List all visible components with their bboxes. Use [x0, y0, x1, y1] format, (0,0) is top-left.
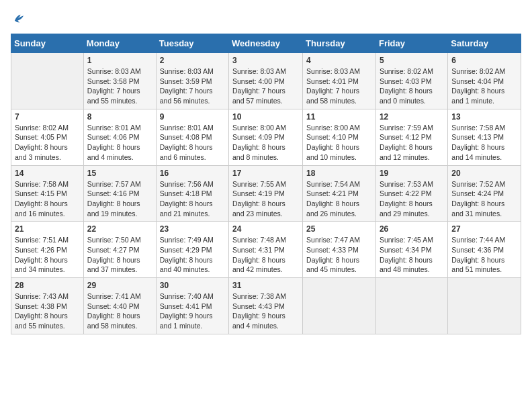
day-info: Sunrise: 7:53 AM Sunset: 4:22 PM Dayligh… — [380, 179, 444, 219]
day-number: 19 — [380, 169, 444, 178]
calendar-cell — [448, 278, 521, 334]
calendar-cell: 23Sunrise: 7:49 AM Sunset: 4:29 PM Dayli… — [156, 222, 228, 278]
calendar-cell — [303, 278, 376, 334]
calendar-cell: 13Sunrise: 7:58 AM Sunset: 4:13 PM Dayli… — [448, 109, 521, 165]
day-number: 7 — [15, 112, 80, 122]
calendar-cell: 2Sunrise: 8:03 AM Sunset: 3:59 PM Daylig… — [156, 53, 228, 109]
header-day-sunday: Sunday — [11, 34, 84, 53]
logo — [11, 11, 28, 26]
calendar-cell: 11Sunrise: 8:00 AM Sunset: 4:10 PM Dayli… — [303, 109, 376, 165]
day-info: Sunrise: 8:00 AM Sunset: 4:10 PM Dayligh… — [306, 123, 372, 163]
day-number: 18 — [306, 169, 372, 178]
calendar-cell: 7Sunrise: 8:02 AM Sunset: 4:05 PM Daylig… — [11, 109, 84, 165]
header-day-monday: Monday — [83, 34, 156, 53]
day-number: 3 — [232, 56, 299, 65]
day-info: Sunrise: 7:58 AM Sunset: 4:13 PM Dayligh… — [451, 123, 517, 163]
day-number: 5 — [380, 56, 444, 65]
page-header — [11, 11, 521, 26]
calendar-cell: 16Sunrise: 7:56 AM Sunset: 4:18 PM Dayli… — [156, 165, 228, 222]
day-info: Sunrise: 7:52 AM Sunset: 4:24 PM Dayligh… — [451, 179, 517, 219]
day-info: Sunrise: 7:49 AM Sunset: 4:29 PM Dayligh… — [160, 235, 225, 275]
day-number: 6 — [451, 56, 517, 65]
header-day-thursday: Thursday — [303, 34, 376, 53]
day-info: Sunrise: 7:59 AM Sunset: 4:12 PM Dayligh… — [380, 123, 444, 163]
day-number: 21 — [15, 224, 80, 234]
day-number: 1 — [87, 56, 152, 65]
day-info: Sunrise: 7:45 AM Sunset: 4:34 PM Dayligh… — [380, 235, 444, 275]
calendar-cell: 31Sunrise: 7:38 AM Sunset: 4:43 PM Dayli… — [229, 278, 303, 334]
header-day-tuesday: Tuesday — [156, 34, 228, 53]
day-number: 24 — [232, 224, 299, 234]
calendar-cell: 6Sunrise: 8:02 AM Sunset: 4:04 PM Daylig… — [448, 53, 521, 109]
day-info: Sunrise: 7:57 AM Sunset: 4:16 PM Dayligh… — [87, 179, 152, 219]
week-row-2: 7Sunrise: 8:02 AM Sunset: 4:05 PM Daylig… — [11, 109, 521, 165]
calendar-cell: 27Sunrise: 7:44 AM Sunset: 4:36 PM Dayli… — [448, 222, 521, 278]
calendar-cell — [11, 53, 84, 109]
calendar-cell — [375, 278, 447, 334]
day-info: Sunrise: 8:03 AM Sunset: 3:59 PM Dayligh… — [160, 66, 225, 106]
calendar-cell: 22Sunrise: 7:50 AM Sunset: 4:27 PM Dayli… — [83, 222, 156, 278]
week-row-5: 28Sunrise: 7:43 AM Sunset: 4:38 PM Dayli… — [11, 278, 521, 334]
calendar-cell: 3Sunrise: 8:03 AM Sunset: 4:00 PM Daylig… — [229, 53, 303, 109]
week-row-4: 21Sunrise: 7:51 AM Sunset: 4:26 PM Dayli… — [11, 222, 521, 278]
day-info: Sunrise: 8:01 AM Sunset: 4:08 PM Dayligh… — [160, 123, 225, 163]
day-number: 22 — [87, 224, 152, 234]
day-number: 25 — [306, 224, 372, 234]
day-number: 4 — [306, 56, 372, 65]
calendar-cell: 9Sunrise: 8:01 AM Sunset: 4:08 PM Daylig… — [156, 109, 228, 165]
day-number: 8 — [87, 112, 152, 122]
calendar-cell: 10Sunrise: 8:00 AM Sunset: 4:09 PM Dayli… — [229, 109, 303, 165]
calendar-cell: 20Sunrise: 7:52 AM Sunset: 4:24 PM Dayli… — [448, 165, 521, 222]
calendar-cell: 8Sunrise: 8:01 AM Sunset: 4:06 PM Daylig… — [83, 109, 156, 165]
day-number: 11 — [306, 112, 372, 122]
day-info: Sunrise: 7:54 AM Sunset: 4:21 PM Dayligh… — [306, 179, 372, 219]
day-info: Sunrise: 7:44 AM Sunset: 4:36 PM Dayligh… — [451, 235, 517, 275]
day-info: Sunrise: 7:38 AM Sunset: 4:43 PM Dayligh… — [232, 291, 299, 331]
day-number: 27 — [451, 224, 517, 234]
calendar-cell: 28Sunrise: 7:43 AM Sunset: 4:38 PM Dayli… — [11, 278, 84, 334]
day-number: 10 — [232, 112, 299, 122]
day-number: 17 — [232, 169, 299, 178]
day-number: 28 — [15, 281, 80, 290]
header-day-friday: Friday — [375, 34, 447, 53]
day-number: 16 — [160, 169, 225, 178]
header-day-wednesday: Wednesday — [229, 34, 303, 53]
day-info: Sunrise: 8:02 AM Sunset: 4:04 PM Dayligh… — [451, 66, 517, 106]
calendar-cell: 30Sunrise: 7:40 AM Sunset: 4:41 PM Dayli… — [156, 278, 228, 334]
day-number: 14 — [15, 169, 80, 178]
logo-bird-icon — [11, 11, 26, 26]
calendar-cell: 5Sunrise: 8:02 AM Sunset: 4:03 PM Daylig… — [375, 53, 447, 109]
day-info: Sunrise: 7:51 AM Sunset: 4:26 PM Dayligh… — [15, 235, 80, 275]
week-row-1: 1Sunrise: 8:03 AM Sunset: 3:58 PM Daylig… — [11, 53, 521, 109]
calendar-cell: 19Sunrise: 7:53 AM Sunset: 4:22 PM Dayli… — [375, 165, 447, 222]
day-info: Sunrise: 7:58 AM Sunset: 4:15 PM Dayligh… — [15, 179, 80, 219]
calendar-header: SundayMondayTuesdayWednesdayThursdayFrid… — [11, 34, 521, 53]
week-row-3: 14Sunrise: 7:58 AM Sunset: 4:15 PM Dayli… — [11, 165, 521, 222]
calendar-body: 1Sunrise: 8:03 AM Sunset: 3:58 PM Daylig… — [11, 53, 521, 334]
calendar-cell: 4Sunrise: 8:03 AM Sunset: 4:01 PM Daylig… — [303, 53, 376, 109]
day-info: Sunrise: 7:40 AM Sunset: 4:41 PM Dayligh… — [160, 291, 225, 331]
calendar-cell: 1Sunrise: 8:03 AM Sunset: 3:58 PM Daylig… — [83, 53, 156, 109]
day-number: 31 — [232, 281, 299, 290]
calendar-cell: 18Sunrise: 7:54 AM Sunset: 4:21 PM Dayli… — [303, 165, 376, 222]
day-number: 12 — [380, 112, 444, 122]
calendar-cell: 24Sunrise: 7:48 AM Sunset: 4:31 PM Dayli… — [229, 222, 303, 278]
calendar-cell: 15Sunrise: 7:57 AM Sunset: 4:16 PM Dayli… — [83, 165, 156, 222]
calendar-cell: 17Sunrise: 7:55 AM Sunset: 4:19 PM Dayli… — [229, 165, 303, 222]
day-info: Sunrise: 7:48 AM Sunset: 4:31 PM Dayligh… — [232, 235, 299, 275]
calendar-cell: 12Sunrise: 7:59 AM Sunset: 4:12 PM Dayli… — [375, 109, 447, 165]
calendar-cell: 29Sunrise: 7:41 AM Sunset: 4:40 PM Dayli… — [83, 278, 156, 334]
day-number: 30 — [160, 281, 225, 290]
header-row: SundayMondayTuesdayWednesdayThursdayFrid… — [11, 34, 521, 53]
calendar-cell: 21Sunrise: 7:51 AM Sunset: 4:26 PM Dayli… — [11, 222, 84, 278]
day-info: Sunrise: 7:47 AM Sunset: 4:33 PM Dayligh… — [306, 235, 372, 275]
calendar-table: SundayMondayTuesdayWednesdayThursdayFrid… — [11, 34, 521, 334]
calendar-cell: 26Sunrise: 7:45 AM Sunset: 4:34 PM Dayli… — [375, 222, 447, 278]
day-info: Sunrise: 8:02 AM Sunset: 4:03 PM Dayligh… — [380, 66, 444, 106]
day-info: Sunrise: 8:01 AM Sunset: 4:06 PM Dayligh… — [87, 123, 152, 163]
day-number: 23 — [160, 224, 225, 234]
calendar-cell: 14Sunrise: 7:58 AM Sunset: 4:15 PM Dayli… — [11, 165, 84, 222]
day-number: 26 — [380, 224, 444, 234]
day-info: Sunrise: 8:02 AM Sunset: 4:05 PM Dayligh… — [15, 123, 80, 163]
header-day-saturday: Saturday — [448, 34, 521, 53]
